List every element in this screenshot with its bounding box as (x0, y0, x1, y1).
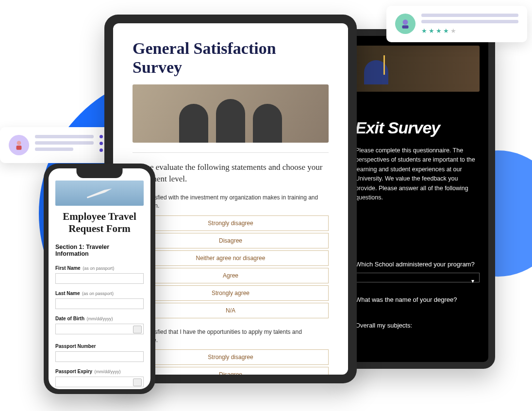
field-last-name: Last Name (as on passport) (55, 288, 144, 309)
phone-travel-form: Employee Travel Request Form Section 1: … (44, 164, 155, 394)
survey-question-2: I am satisfied that I have the opportuni… (133, 328, 329, 345)
survey-title: General Satisfaction Survey (133, 39, 329, 77)
menu-dots-icon (100, 135, 103, 155)
divider (133, 152, 329, 153)
phone-notch (77, 168, 123, 178)
star-icon: ★ (421, 27, 427, 34)
survey-hero-image (133, 84, 329, 143)
last-name-input[interactable] (55, 298, 144, 309)
star-icon: ★ (436, 27, 442, 34)
likert-options-2: Strongly disagree Disagree Neither agree… (133, 349, 329, 375)
option-strongly-disagree[interactable]: Strongly disagree (133, 215, 329, 231)
placeholder-lines (35, 135, 94, 155)
option-disagree[interactable]: Disagree (133, 233, 329, 248)
star-icon: ★ (450, 27, 456, 34)
svg-rect-1 (17, 146, 22, 150)
star-icon: ★ (443, 27, 449, 34)
field-passport: Passport Number (55, 341, 144, 362)
section-heading: Section 1: Traveler Information (55, 244, 144, 257)
exit-question-3: Overall my subjects: (355, 322, 480, 329)
testimonial-card-right: ★★★★★ (386, 6, 527, 42)
star-rating: ★★★★★ (421, 27, 518, 34)
graduation-image (355, 46, 480, 92)
likert-options-1: Strongly disagree Disagree Neither agree… (133, 215, 329, 318)
survey-question-1: I am satisfied with the investment my or… (133, 194, 329, 211)
expiry-input[interactable] (55, 377, 144, 387)
tablet-exit-survey: Exit Survey Please complete this questio… (340, 29, 495, 369)
option-strongly-disagree[interactable]: Strongly disagree (133, 349, 329, 365)
option-na[interactable]: N/A (133, 303, 329, 318)
field-first-name: First Name (as on passport) (55, 263, 144, 284)
svg-point-0 (17, 141, 21, 145)
school-select[interactable] (355, 273, 480, 282)
placeholder-lines: ★★★★★ (421, 14, 518, 34)
survey-instruction: Please evaluate the following statements… (133, 162, 329, 185)
field-dob: Date of Birth (mm/dd/yyyy) (55, 313, 144, 334)
airplane-image (55, 181, 144, 206)
exit-survey-intro: Please complete this questionnaire. The … (355, 146, 480, 202)
passport-input[interactable] (55, 351, 144, 362)
svg-rect-3 (402, 25, 409, 29)
exit-question-2: What was the name of your degree? (355, 296, 480, 303)
form-title: Employee Travel Request Form (55, 211, 144, 235)
exit-survey-title: Exit Survey (355, 118, 480, 137)
option-disagree[interactable]: Disagree (133, 367, 329, 375)
option-strongly-agree[interactable]: Strongly agree (133, 285, 329, 301)
exit-question-1: Which School administered your program? (355, 261, 480, 268)
dob-input[interactable] (55, 324, 144, 334)
option-agree[interactable]: Agree (133, 268, 329, 283)
first-name-input[interactable] (55, 273, 144, 284)
star-icon: ★ (429, 27, 434, 34)
option-neither[interactable]: Neither agree nor disagree (133, 250, 329, 266)
field-expiry: Passport Expiry (mm/dd/yyyy) (55, 366, 144, 387)
avatar-icon (395, 14, 416, 34)
testimonial-card-left (0, 127, 112, 163)
avatar-icon (9, 135, 29, 155)
svg-point-2 (403, 19, 408, 25)
